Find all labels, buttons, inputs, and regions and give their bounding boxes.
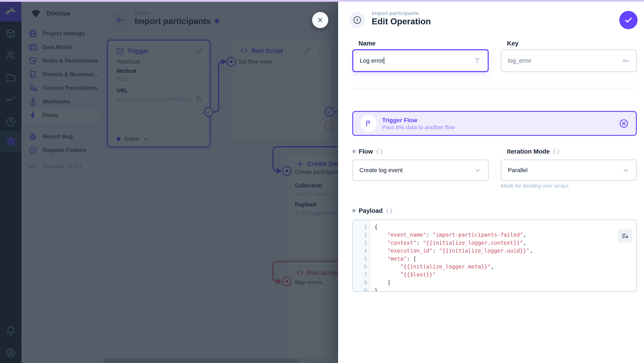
check-icon <box>624 16 633 25</box>
drawer-title: Edit Operation <box>372 17 431 26</box>
payload-code-editor[interactable]: 123456789 { "event_name": "import-partic… <box>352 219 637 292</box>
title-t-icon[interactable] <box>473 57 481 65</box>
required-dot <box>352 150 356 153</box>
top-accent-strip <box>0 0 644 2</box>
code-line: "{{$last}}" <box>374 271 636 278</box>
key-input[interactable]: log_error <box>501 49 637 72</box>
raw-editor-button[interactable] <box>618 229 632 243</box>
close-icon <box>316 16 324 24</box>
circle-x-icon <box>619 119 629 129</box>
operation-icon-bubble <box>349 12 365 28</box>
iteration-mode-label: Iteration Mode {} <box>507 148 561 155</box>
code-line: "event_name": "import-participants-faile… <box>374 231 636 239</box>
key-value: log_error <box>508 57 532 64</box>
iteration-mode-select[interactable]: Parallel <box>501 159 637 181</box>
flow-value: Create log event <box>360 167 403 174</box>
banner-subtitle: Pass this data to another flow <box>382 124 455 131</box>
name-input[interactable]: Log error <box>352 49 489 72</box>
code-line: ] <box>374 279 636 286</box>
name-label: Name <box>358 40 376 47</box>
drawer-overlay[interactable] <box>0 0 338 363</box>
code-line: "context": "{{initialize_logger.context}… <box>374 239 636 247</box>
code-line: "meta": [ <box>374 255 636 263</box>
chevron-down-icon <box>474 166 482 174</box>
name-value: Log error <box>360 57 384 64</box>
flow-label: Flow {} <box>359 148 384 155</box>
flow-select[interactable]: Create log event <box>352 159 489 181</box>
chevron-down-icon <box>622 166 630 174</box>
code-gutter: 123456789 <box>353 220 370 291</box>
text-caret <box>384 57 384 65</box>
deselect-operation-button[interactable] <box>619 119 629 129</box>
banner-title: Trigger Flow <box>382 116 455 124</box>
braces-icon[interactable]: {} <box>376 148 384 155</box>
key-label: Key <box>507 40 518 47</box>
braces-icon[interactable]: {} <box>552 148 561 155</box>
code-area[interactable]: { "event_name": "import-participants-fai… <box>370 220 636 291</box>
close-drawer-button[interactable] <box>312 12 328 28</box>
code-line: { <box>374 223 636 231</box>
save-button[interactable] <box>619 11 638 29</box>
code-line: } <box>374 286 636 292</box>
trigger-flow-banner[interactable]: Trigger Flow Pass this data to another f… <box>352 111 637 136</box>
edit-operation-drawer: Import participants Edit Operation Name … <box>338 0 644 363</box>
drawer-divider <box>352 88 637 88</box>
key-icon <box>622 57 630 65</box>
braces-icon[interactable]: {} <box>386 207 394 214</box>
code-line: "{{initialize_logger.meta}}", <box>374 263 636 271</box>
directus-flows-page: Directus Project SettingsData ModelRoles… <box>0 0 644 363</box>
code-line: "execution_id": "{{initialize_logger.uui… <box>374 247 636 255</box>
required-dot <box>352 209 356 212</box>
iteration-value: Parallel <box>508 167 528 174</box>
iteration-note: Mode for iterating over arrays. <box>501 183 570 189</box>
playlist-add-icon <box>621 232 629 240</box>
flag-icon <box>364 119 373 128</box>
drawer-breadcrumb: Import participants <box>372 10 419 16</box>
bolt-circle-icon <box>352 16 362 25</box>
payload-field-label: Payload {} <box>359 207 394 214</box>
flag-icon-bubble <box>360 115 377 132</box>
